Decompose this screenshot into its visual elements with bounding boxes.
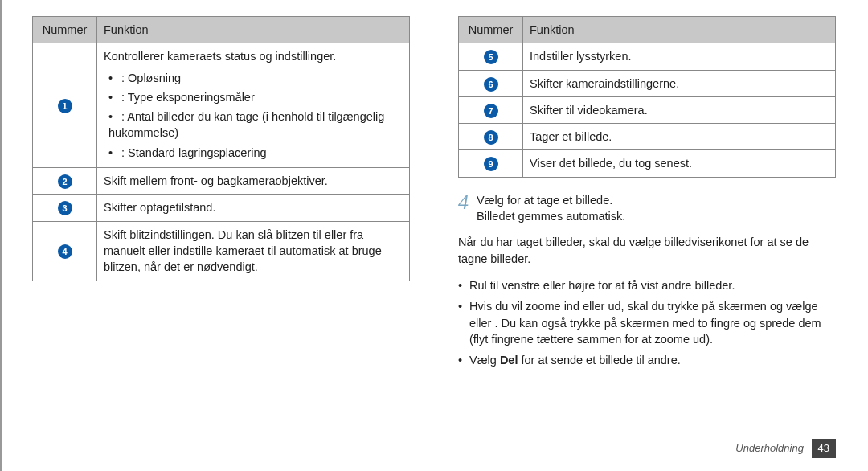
- number-badge: 3: [58, 201, 72, 215]
- number-badge: 8: [484, 130, 498, 145]
- bullet-item: : Type eksponeringsmåler: [108, 88, 403, 107]
- left-column: Nummer Funktion 1 Kontrollerer kameraets…: [32, 16, 410, 371]
- body-list: Rul til venstre eller højre for at få vi…: [458, 275, 836, 371]
- list-item: Hvis du vil zoome ind eller ud, skal du …: [458, 296, 836, 350]
- cell-function: Viser det billede, du tog senest.: [523, 150, 836, 177]
- right-column: Nummer Funktion 5 Indstiller lysstyrken.…: [458, 16, 836, 371]
- paragraph: Når du har taget billeder, skal du vælge…: [458, 234, 836, 267]
- cell-function: Skifter optagetilstand.: [97, 195, 410, 221]
- number-badge: 6: [484, 77, 498, 92]
- bullet-item: : Standard lagringsplacering: [108, 143, 403, 162]
- list-item: Rul til venstre eller højre for at få vi…: [458, 275, 836, 296]
- cell-function: Skifter kameraindstillingerne.: [523, 70, 836, 96]
- step-number: 4: [458, 192, 469, 213]
- table-row: 7 Skifter til videokamera.: [459, 96, 836, 123]
- table-row: 5 Indstiller lysstyrken.: [459, 43, 836, 70]
- row-bullets: : Opløsning : Type eksponeringsmåler : A…: [104, 68, 403, 162]
- number-badge: 1: [58, 99, 72, 113]
- cell-function: Skift blitzindstillingen. Du kan slå bli…: [97, 221, 410, 281]
- bullet-item: : Antal billeder du kan tage (i henhold …: [108, 107, 403, 143]
- table-row: 1 Kontrollerer kameraets status og indst…: [33, 43, 410, 168]
- table-row: 2 Skift mellem front- og bagkameraobjekt…: [33, 168, 410, 195]
- number-badge: 5: [484, 50, 498, 64]
- number-badge: 7: [484, 104, 498, 118]
- right-table: Nummer Funktion 5 Indstiller lysstyrken.…: [458, 16, 836, 178]
- cell-function: Skifter til videokamera.: [523, 96, 836, 123]
- left-header-num: Nummer: [33, 17, 97, 43]
- cell-function: Indstiller lysstyrken.: [523, 43, 836, 70]
- left-table: Nummer Funktion 1 Kontrollerer kameraets…: [32, 16, 410, 281]
- page-footer: Underholdning 43: [735, 439, 836, 458]
- step-4: 4 Vælg for at tage et billede. Billedet …: [458, 192, 836, 225]
- cell-function: Kontrollerer kameraets status og indstil…: [97, 43, 410, 168]
- number-badge: 2: [58, 174, 72, 189]
- row-intro: Kontrollerer kameraets status og indstil…: [104, 50, 336, 63]
- cell-function: Skift mellem front- og bagkameraobjektiv…: [97, 168, 410, 195]
- table-row: 6 Skifter kameraindstillingerne.: [459, 70, 836, 96]
- step-line2: Billedet gemmes automatisk.: [477, 208, 625, 224]
- left-header-func: Funktion: [97, 17, 410, 43]
- bullet-item: : Opløsning: [108, 68, 403, 88]
- step-body: Vælg for at tage et billede. Billedet ge…: [477, 192, 625, 225]
- right-header-func: Funktion: [523, 17, 836, 43]
- left-margin-line: [0, 0, 2, 471]
- section-name: Underholdning: [735, 442, 804, 454]
- table-row: 8 Tager et billede.: [459, 124, 836, 150]
- list-item: Vælg Del for at sende et billede til and…: [458, 350, 836, 371]
- table-row: 3 Skifter optagetilstand.: [33, 195, 410, 221]
- table-row: 4 Skift blitzindstillingen. Du kan slå b…: [33, 221, 410, 281]
- content-columns: Nummer Funktion 1 Kontrollerer kameraets…: [32, 16, 836, 371]
- number-badge: 9: [484, 157, 498, 171]
- page-number: 43: [812, 439, 836, 458]
- step-line1: Vælg for at tage et billede.: [477, 192, 625, 208]
- number-badge: 4: [58, 244, 72, 259]
- right-header-num: Nummer: [459, 17, 523, 43]
- cell-function: Tager et billede.: [523, 124, 836, 150]
- table-row: 9 Viser det billede, du tog senest.: [459, 150, 836, 177]
